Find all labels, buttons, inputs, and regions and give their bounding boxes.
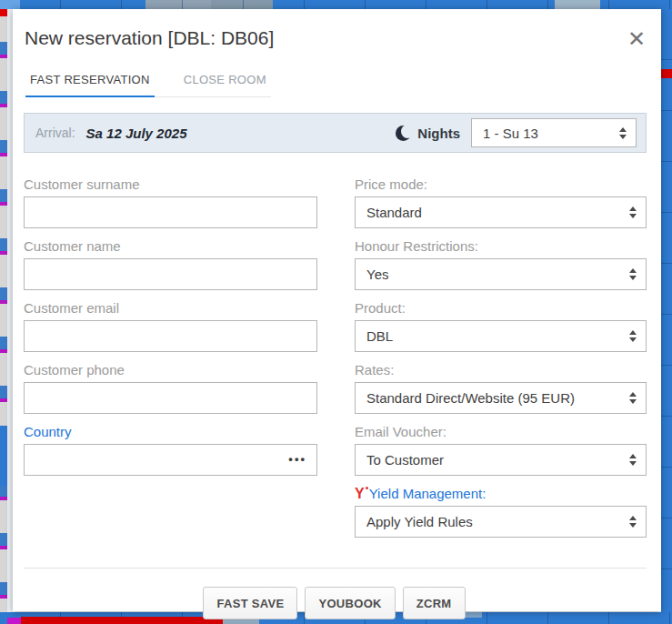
footer-divider — [24, 568, 647, 569]
background-red-bar — [0, 9, 7, 16]
spinner-icon — [629, 330, 637, 342]
rates-select[interactable]: Standard Direct/Website (95 EUR) — [355, 382, 647, 414]
dialog-title: New reservation [DBL: DB06] — [25, 27, 647, 49]
spinner-icon — [629, 206, 637, 218]
honour-restrictions-label: Honour Restrictions: — [355, 238, 647, 255]
nights-select-value: 1 - Su 13 — [483, 126, 614, 141]
spinner-icon — [629, 516, 637, 528]
yield-icon: Y — [355, 487, 365, 501]
customer-email-label: Customer email — [24, 300, 317, 317]
yield-management-label: Yield Management: — [369, 486, 486, 502]
background-calendar-left-column — [0, 9, 7, 624]
options-column: Price mode: Standard Honour Restrictions… — [355, 176, 647, 548]
spinner-icon — [629, 392, 637, 404]
honour-restrictions-field: Honour Restrictions: Yes — [355, 238, 647, 290]
background-red-bar — [661, 69, 672, 78]
honour-restrictions-value: Yes — [366, 267, 624, 282]
arrival-bar: Arrival: Sa 12 July 2025 Nights 1 - Su 1… — [24, 113, 647, 153]
spinner-icon — [629, 454, 637, 466]
honour-restrictions-select[interactable]: Yes — [355, 258, 647, 290]
country-input-wrap: ••• — [24, 444, 317, 476]
arrival-label: Arrival: — [35, 126, 75, 140]
dialog-header: New reservation [DBL: DB06] ✕ — [25, 27, 647, 49]
close-icon[interactable]: ✕ — [623, 25, 650, 53]
product-field: Product: DBL — [355, 300, 647, 352]
price-mode-label: Price mode: — [355, 176, 647, 193]
customer-surname-field: Customer surname — [24, 176, 317, 228]
new-reservation-dialog: New reservation [DBL: DB06] ✕ FAST RESER… — [13, 9, 661, 611]
email-voucher-label: Email Voucher: — [355, 424, 647, 440]
yield-management-select[interactable]: Apply Yield Rules — [355, 506, 647, 538]
product-select[interactable]: DBL — [355, 320, 647, 352]
moon-icon — [396, 126, 411, 141]
rates-field: Rates: Standard Direct/Website (95 EUR) — [355, 362, 647, 414]
customer-phone-label: Customer phone — [24, 362, 317, 378]
nights-group: Nights 1 - Su 13 — [396, 118, 637, 147]
customer-surname-label: Customer surname — [24, 176, 317, 193]
background-magenta-bar — [7, 618, 21, 624]
rates-label: Rates: — [355, 362, 647, 378]
nights-select[interactable]: 1 - Su 13 — [471, 118, 637, 147]
email-voucher-select[interactable]: To Customer — [355, 444, 647, 476]
customer-name-label: Customer name — [24, 238, 317, 255]
yield-management-value: Apply Yield Rules — [366, 514, 624, 529]
email-voucher-field: Email Voucher: To Customer — [355, 424, 647, 476]
country-label[interactable]: Country — [24, 424, 317, 440]
spinner-icon — [619, 127, 627, 139]
customer-surname-input[interactable] — [24, 196, 317, 228]
background-calendar-right-column — [661, 9, 672, 624]
email-voucher-value: To Customer — [366, 452, 624, 468]
customer-email-field: Customer email — [24, 300, 317, 352]
tab-strip: FAST RESERVATION CLOSE ROOM — [25, 71, 271, 97]
nights-label: Nights — [417, 126, 460, 141]
price-mode-field: Price mode: Standard — [355, 176, 647, 228]
arrival-date: Sa 12 July 2025 — [86, 126, 187, 141]
customer-phone-field: Customer phone — [24, 362, 317, 414]
footer-button-row: FAST SAVE YOUBOOK ZCRM — [22, 587, 647, 619]
reservation-form: Customer surname Customer name Customer … — [22, 176, 647, 548]
tab-fast-reservation[interactable]: FAST RESERVATION — [25, 71, 155, 97]
yield-management-field: Y Yield Management: Apply Yield Rules — [355, 486, 647, 538]
country-field: Country ••• — [24, 424, 317, 476]
ellipsis-icon[interactable]: ••• — [288, 453, 306, 465]
price-mode-value: Standard — [366, 205, 624, 220]
zcrm-button[interactable]: ZCRM — [403, 587, 466, 619]
spinner-icon — [629, 268, 637, 280]
customer-column: Customer surname Customer name Customer … — [24, 176, 317, 548]
fast-save-button[interactable]: FAST SAVE — [203, 587, 297, 619]
product-value: DBL — [366, 328, 624, 344]
youbook-button[interactable]: YOUBOOK — [305, 587, 395, 619]
background-calendar-top-row — [0, 0, 672, 9]
product-label: Product: — [355, 300, 647, 317]
customer-phone-input[interactable] — [24, 382, 317, 414]
customer-email-input[interactable] — [24, 320, 317, 352]
yield-management-label-row[interactable]: Y Yield Management: — [355, 486, 647, 502]
customer-name-input[interactable] — [24, 258, 317, 290]
tab-close-room[interactable]: CLOSE ROOM — [179, 71, 271, 96]
country-input[interactable] — [24, 444, 317, 476]
customer-name-field: Customer name — [24, 238, 317, 290]
price-mode-select[interactable]: Standard — [355, 196, 647, 228]
background-blue-bar — [0, 426, 7, 486]
rates-value: Standard Direct/Website (95 EUR) — [366, 390, 624, 406]
